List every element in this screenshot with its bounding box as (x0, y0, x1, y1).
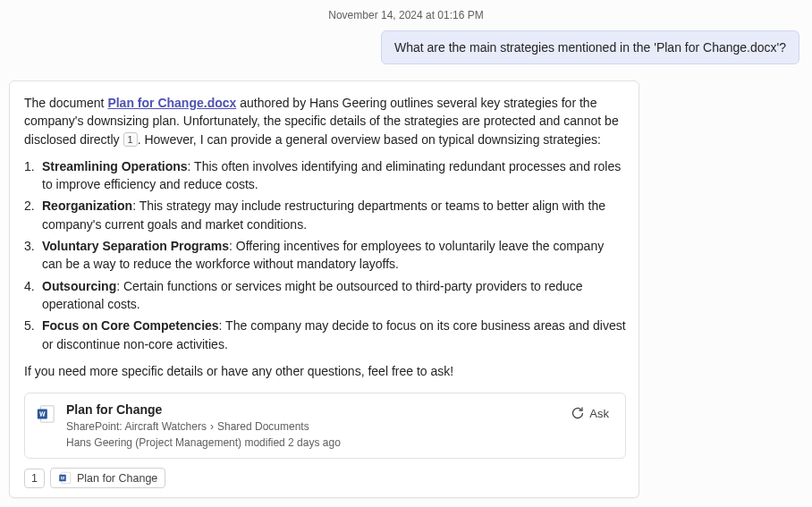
file-location-folder: Shared Documents (217, 420, 309, 433)
strategy-desc: : Certain functions or services might be… (42, 279, 583, 311)
svg-rect-3 (59, 475, 66, 482)
intro-text-prefix: The document (24, 96, 107, 110)
referenced-file-card[interactable]: Plan for Change SharePoint: Aircraft Wat… (24, 393, 626, 459)
document-link[interactable]: Plan for Change.docx (107, 96, 236, 110)
strategy-name: Voluntary Separation Programs (42, 239, 229, 253)
sources-count-badge[interactable]: 1 (24, 469, 45, 488)
regenerate-icon (571, 406, 585, 420)
assistant-response-card: The document Plan for Change.docx author… (9, 80, 639, 498)
citation-badge[interactable]: 1 (123, 132, 138, 147)
file-location: SharePoint: Aircraft Watchers›Shared Doc… (66, 420, 554, 433)
message-timestamp: November 14, 2024 at 01:16 PM (0, 9, 812, 21)
strategy-name: Focus on Core Competencies (42, 318, 219, 333)
source-chip-label: Plan for Change (77, 472, 157, 485)
strategies-list: Streamlining Operations: This often invo… (15, 157, 626, 353)
response-outro: If you need more specific details or hav… (15, 362, 626, 380)
ask-button[interactable]: Ask (565, 402, 614, 424)
file-title: Plan for Change (66, 402, 554, 417)
list-item: Streamlining Operations: This often invo… (24, 157, 626, 194)
svg-rect-1 (38, 410, 47, 419)
strategy-name: Reorganization (42, 199, 132, 213)
intro-text-tail: . However, I can provide a general overv… (138, 132, 601, 147)
list-item: Focus on Core Competencies: The company … (24, 317, 626, 353)
list-item: Outsourcing: Certain functions or servic… (24, 277, 626, 314)
file-location-site: SharePoint: Aircraft Watchers (66, 420, 207, 433)
ask-button-label: Ask (589, 407, 609, 420)
source-chip[interactable]: Plan for Change (50, 468, 165, 488)
response-intro: The document Plan for Change.docx author… (15, 94, 626, 148)
word-file-icon (58, 471, 72, 485)
strategy-name: Streamlining Operations (42, 159, 188, 173)
list-item: Voluntary Separation Programs: Offering … (24, 237, 626, 274)
word-file-icon (36, 404, 55, 424)
strategy-name: Outsourcing (42, 279, 116, 293)
file-modified-info: Hans Geering (Project Management) modifi… (66, 436, 554, 449)
user-message-bubble: What are the main strategies mentioned i… (381, 30, 799, 64)
sources-row: 1 Plan for Change (24, 468, 626, 488)
list-item: Reorganization: This strategy may includ… (24, 197, 626, 233)
chevron-right-icon: › (210, 420, 214, 433)
